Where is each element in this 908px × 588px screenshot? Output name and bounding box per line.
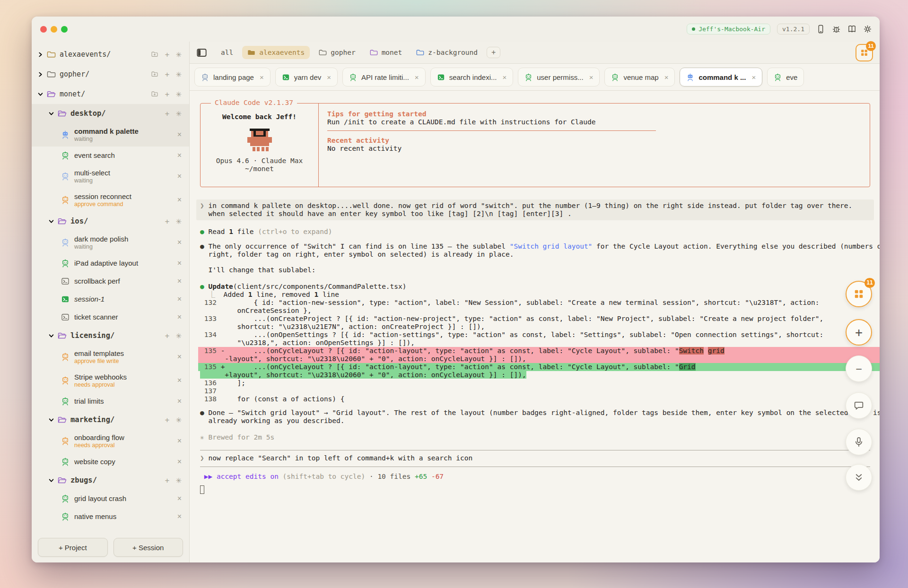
new-session-button[interactable]: + Session — [114, 538, 183, 557]
close-icon[interactable]: × — [177, 259, 182, 268]
sidebar-session-event-search[interactable]: event search × — [32, 147, 189, 164]
close-icon[interactable]: × — [177, 238, 182, 247]
new-project-button[interactable]: + Project — [38, 538, 108, 557]
sidebar-session-dark-mode-polish[interactable]: dark mode polishwaiting × — [32, 231, 189, 254]
new-worktree-icon[interactable] — [151, 51, 158, 58]
comment-button[interactable] — [846, 392, 872, 419]
sidebar-session-onboarding-flow[interactable]: onboarding flowneeds approval × — [32, 429, 189, 453]
sidebar-session-multi-select[interactable]: multi-selectwaiting × — [32, 164, 189, 188]
sidebar-toggle-icon[interactable] — [196, 47, 207, 58]
new-worktree-icon[interactable] — [151, 90, 158, 98]
workspace-tab-alexaevents[interactable]: alexaevents — [242, 46, 310, 59]
add-session-icon[interactable]: + — [165, 217, 169, 225]
spark-icon[interactable]: ✳ — [175, 110, 182, 117]
add-session-icon[interactable]: + — [165, 416, 169, 424]
close-icon[interactable]: × — [177, 196, 182, 204]
add-session-icon[interactable]: + — [165, 332, 169, 340]
close-icon[interactable]: × — [177, 313, 182, 321]
sidebar-session-ipad-adaptive-layout[interactable]: iPad adaptive layout × — [32, 254, 189, 272]
session-tab-api-rate-limiting[interactable]: API rate limiti...× — [342, 68, 426, 86]
zoom-out-button[interactable]: − — [846, 355, 872, 382]
close-icon[interactable]: × — [177, 172, 182, 181]
close-icon[interactable]: × — [177, 512, 182, 521]
debug-bug-icon[interactable] — [832, 25, 841, 34]
docs-book-icon[interactable] — [847, 25, 856, 34]
workspace-tab-z-background[interactable]: z-background — [411, 46, 483, 59]
sidebar-folder-zbugs[interactable]: zbugs/ +✳ — [32, 471, 189, 490]
close-icon[interactable]: × — [177, 353, 182, 361]
close-icon[interactable]: × — [177, 437, 182, 445]
spark-icon[interactable]: ✳ — [175, 218, 182, 225]
spark-icon[interactable]: ✳ — [175, 416, 182, 424]
add-session-icon[interactable]: + — [165, 70, 169, 78]
scroll-to-bottom-button[interactable] — [846, 464, 872, 491]
session-tab-eve[interactable]: eve — [767, 68, 804, 86]
diff-summary: ⎿ Added 1 line, removed 1 line — [200, 291, 870, 299]
close-icon[interactable]: × — [415, 73, 419, 81]
close-window-button[interactable] — [40, 26, 47, 33]
close-icon[interactable]: × — [177, 277, 182, 285]
add-session-icon[interactable]: + — [165, 476, 169, 484]
close-icon[interactable]: × — [503, 73, 507, 81]
session-tab-user-permissions[interactable]: user permiss...× — [518, 68, 600, 86]
sidebar-session-website-copy[interactable]: website copy × — [32, 453, 189, 471]
sidebar-session-grid-layout-crash[interactable]: grid layout crash × — [32, 490, 189, 508]
spark-icon[interactable]: ✳ — [175, 51, 182, 58]
sidebar-session-native-menus[interactable]: native menus × — [32, 508, 189, 526]
sidebar-project-alexaevents[interactable]: alexaevents/ +✳ — [32, 44, 189, 64]
sidebar-session-session-reconnect[interactable]: session reconnectapprove command × — [32, 188, 189, 212]
sidebar-project-monet[interactable]: monet/ +✳ — [32, 84, 189, 104]
close-icon[interactable]: × — [177, 494, 182, 503]
zoom-window-button[interactable] — [61, 26, 68, 33]
terminal-input[interactable]: ❯ now replace "Search" in top left of co… — [200, 450, 870, 467]
close-icon[interactable]: × — [177, 397, 182, 406]
sidebar-folder-marketing[interactable]: marketing/ +✳ — [32, 410, 189, 429]
close-icon[interactable]: × — [177, 295, 182, 303]
add-session-icon[interactable]: + — [165, 110, 169, 118]
zoom-in-button[interactable]: + — [846, 319, 872, 346]
close-icon[interactable]: × — [751, 73, 756, 81]
spark-icon[interactable]: ✳ — [175, 477, 182, 484]
close-icon[interactable]: × — [327, 73, 331, 81]
sessions-grid-button[interactable]: 11 — [846, 281, 872, 307]
notifications-grid-button[interactable]: 11 — [856, 44, 873, 61]
session-tab-venue-map[interactable]: venue map× — [604, 68, 675, 86]
close-icon[interactable]: × — [664, 73, 669, 81]
workspace-tab-monet[interactable]: monet — [365, 46, 408, 59]
sidebar-folder-desktop[interactable]: desktop/ +✳ — [32, 104, 189, 123]
sidebar-session-ticket-scanner[interactable]: ticket scanner × — [32, 308, 189, 326]
sidebar-session-scrollback-perf[interactable]: scrollback perf × — [32, 272, 189, 290]
terminal-pane[interactable]: Claude Code v2.1.37 Welcome back Jeff! — [190, 91, 880, 562]
new-worktree-icon[interactable] — [151, 70, 158, 78]
sidebar-folder-ios[interactable]: ios/ +✳ — [32, 212, 189, 231]
sidebar-session-email-templates[interactable]: email templatesapprove file write × — [32, 345, 189, 369]
mobile-device-icon[interactable] — [816, 25, 825, 34]
settings-gear-icon[interactable] — [863, 25, 872, 34]
sidebar-session-session-1[interactable]: session-1 × — [32, 290, 189, 308]
add-workspace-tab-button[interactable]: + — [487, 47, 500, 58]
session-tab-landing-page[interactable]: landing page× — [194, 68, 271, 86]
spark-icon[interactable]: ✳ — [175, 91, 182, 98]
sidebar-session-command-k-palette[interactable]: command k palettewaiting × — [32, 123, 189, 147]
sidebar-folder-licensing[interactable]: licensing/ +✳ — [32, 326, 189, 345]
session-tab-command-k-palette[interactable]: command k ...× — [680, 68, 762, 86]
microphone-button[interactable] — [846, 429, 872, 455]
session-tab-yarn-dev[interactable]: yarn dev× — [275, 68, 338, 86]
workspace-tab-gopher[interactable]: gopher — [314, 46, 360, 59]
close-icon[interactable]: × — [177, 151, 182, 160]
close-icon[interactable]: × — [260, 73, 264, 81]
add-session-icon[interactable]: + — [165, 90, 169, 98]
add-session-icon[interactable]: + — [165, 51, 169, 59]
minimize-window-button[interactable] — [51, 26, 57, 33]
close-icon[interactable]: × — [177, 376, 182, 385]
session-tab-search-indexing[interactable]: search indexi...× — [430, 68, 514, 86]
workspace-tab-all[interactable]: all — [216, 46, 238, 59]
spark-icon[interactable]: ✳ — [175, 71, 182, 78]
sidebar-session-stripe-webhooks[interactable]: Stripe webhooksneeds approval × — [32, 369, 189, 392]
sidebar-project-gopher[interactable]: gopher/ +✳ — [32, 64, 189, 84]
spark-icon[interactable]: ✳ — [175, 332, 182, 339]
close-icon[interactable]: × — [177, 458, 182, 466]
close-icon[interactable]: × — [177, 130, 182, 139]
close-icon[interactable]: × — [589, 73, 594, 81]
sidebar-session-trial-limits[interactable]: trial limits × — [32, 392, 189, 410]
